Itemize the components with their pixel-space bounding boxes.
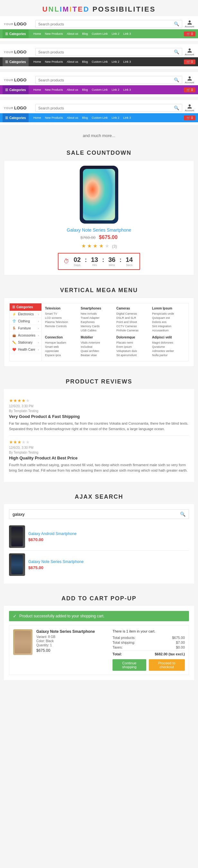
list-item[interactable]: Appreciate	[45, 349, 78, 352]
nav-link3-4[interactable]: Link 3	[122, 116, 132, 120]
nav-new-4[interactable]: New Products	[43, 116, 65, 120]
sidebar-item-accessories[interactable]: 👜 Accessories ›	[10, 332, 41, 339]
account-3[interactable]: Account	[185, 76, 194, 84]
sidebar-item-clothing[interactable]: 👕 Clothing ›	[10, 318, 41, 325]
search-btn-1[interactable]: 🔍	[171, 20, 182, 28]
nav-home-4[interactable]: Home	[32, 116, 43, 120]
list-item[interactable]: Beatae vitae	[81, 353, 114, 357]
continue-shopping-button[interactable]: Continue shopping	[112, 659, 146, 671]
list-item[interactable]: Vitals Anteriore	[81, 341, 114, 344]
list-item[interactable]: Plasma Television	[45, 320, 78, 324]
nav-about-4[interactable]: About us	[65, 116, 80, 120]
nav-blog-3[interactable]: Blog	[80, 88, 89, 92]
nav-link2-3[interactable]: Link 2	[110, 88, 121, 92]
list-item[interactable]: Nulla paritur	[152, 353, 185, 357]
list-item[interactable]: Quisquam est	[152, 316, 185, 319]
list-item[interactable]: Placato nemi	[117, 341, 150, 344]
nav-new-3[interactable]: New Products	[43, 88, 65, 92]
account-4[interactable]: Account	[185, 104, 194, 112]
categories-btn-4[interactable]: ☰ Categories	[3, 113, 29, 122]
nav-about-1[interactable]: About us	[65, 32, 80, 36]
nav-about-2[interactable]: About us	[65, 60, 80, 64]
search-input-3[interactable]	[36, 76, 171, 84]
list-item[interactable]: Digital Cameras	[117, 312, 150, 315]
cart-btn-2[interactable]: 🛒 0	[184, 60, 195, 64]
nav-blog-2[interactable]: Blog	[80, 60, 89, 64]
proceed-checkout-button[interactable]: Proceed to checkout	[149, 659, 185, 671]
categories-btn-2[interactable]: ☰ Categories	[3, 57, 29, 66]
mega-col-television: Television Smart TV LCD screens Plasma T…	[45, 307, 78, 333]
cart-product-image	[13, 629, 32, 655]
result-1-name[interactable]: Galaxy Android Smartphone	[28, 531, 76, 536]
ajax-search-btn[interactable]: 🔍	[177, 509, 189, 519]
nav-blog-4[interactable]: Blog	[80, 116, 89, 120]
list-item[interactable]: USB Cables	[81, 329, 114, 332]
list-item[interactable]: Quasi architec	[81, 349, 114, 352]
list-item[interactable]: Pinhole Cameras	[117, 329, 150, 332]
list-item[interactable]: Remote Controls	[45, 324, 78, 328]
total-label: Total:	[112, 652, 122, 656]
search-input-4[interactable]	[36, 104, 171, 112]
list-item[interactable]: Voluptatum duis	[117, 349, 150, 352]
cart-btn-4[interactable]: 🛒 0	[184, 116, 195, 120]
categories-btn-3[interactable]: ☰ Categories	[3, 85, 29, 94]
search-btn-2[interactable]: 🔍	[171, 48, 182, 56]
list-item[interactable]: Sint integration	[152, 324, 185, 328]
nav-link2-4[interactable]: Link 2	[110, 116, 121, 120]
list-item[interactable]: Magni dolorsnes	[152, 341, 185, 344]
list-item[interactable]: Travel Adapter	[81, 316, 114, 319]
list-item[interactable]: Homque laudam	[45, 341, 78, 344]
nav-home-2[interactable]: Home	[32, 60, 43, 64]
nav-custom-3[interactable]: Custom Link	[90, 88, 109, 92]
list-item[interactable]: Memory Cards	[81, 324, 114, 328]
nav-custom-1[interactable]: Custom Link	[90, 32, 109, 36]
list-item[interactable]: Erem ipsum	[117, 345, 150, 348]
nav-link3-1[interactable]: Link 3	[122, 32, 132, 36]
countdown-product-name[interactable]: Galaxy Note Series Smartphone	[9, 227, 189, 232]
search-btn-3[interactable]: 🔍	[171, 76, 182, 84]
nav-new-1[interactable]: New Products	[43, 32, 65, 36]
nav-custom-2[interactable]: Custom Link	[90, 60, 109, 64]
list-item[interactable]: Perspiciatis unde	[152, 312, 185, 315]
cart-btn-1[interactable]: 🛒 0	[184, 32, 195, 36]
sidebar-item-furniture[interactable]: 🪑 Furniture ›	[10, 325, 41, 332]
nav-new-2[interactable]: New Products	[43, 60, 65, 64]
list-item[interactable]: Smart web	[45, 345, 78, 348]
ajax-search-input[interactable]	[9, 509, 177, 519]
list-item[interactable]: Earphones	[81, 320, 114, 324]
search-btn-4[interactable]: 🔍	[171, 104, 182, 112]
list-item[interactable]: Doloris eos	[152, 320, 185, 324]
nav-custom-4[interactable]: Custom Link	[90, 116, 109, 120]
list-item[interactable]: CCTV Cameras	[117, 324, 150, 328]
list-item[interactable]: Accusantium	[152, 329, 185, 332]
list-item[interactable]: Sit aperumolunt	[117, 353, 150, 357]
nav-link3-3[interactable]: Link 3	[122, 88, 132, 92]
list-item[interactable]: New Arrivals	[81, 312, 114, 315]
list-item[interactable]: Point and Shoot	[117, 320, 150, 324]
sidebar-item-electronics[interactable]: ⚡ Electronics ›	[10, 311, 41, 318]
search-input-2[interactable]	[36, 48, 171, 56]
list-item[interactable]: Admontes veriter	[152, 349, 185, 352]
search-input-1[interactable]	[36, 20, 171, 28]
list-item[interactable]: Espace ipca	[45, 353, 78, 357]
nav-link2-1[interactable]: Link 2	[110, 32, 121, 36]
sidebar-item-stationary[interactable]: ✏️ Stationary ›	[10, 339, 41, 346]
categories-btn-1[interactable]: ☰ Categories	[3, 29, 29, 38]
nav-home-1[interactable]: Home	[32, 32, 43, 36]
sidebar-item-health[interactable]: ❤️ Health Care ›	[10, 346, 41, 353]
result-2-name[interactable]: Galaxy Note Series Smartphone	[28, 559, 84, 564]
cart-btn-3[interactable]: 🛒 0	[184, 88, 195, 92]
account-1[interactable]: Account	[185, 20, 194, 28]
list-item[interactable]: Quratume	[152, 345, 185, 348]
list-item[interactable]: Smart TV	[45, 312, 78, 315]
nav-blog-1[interactable]: Blog	[80, 32, 89, 36]
nav-link3-2[interactable]: Link 3	[122, 60, 132, 64]
list-item[interactable]: DSLR and SLR	[117, 316, 150, 319]
health-label: Health Care	[18, 348, 35, 351]
list-item[interactable]: Includeat	[81, 345, 114, 348]
nav-home-3[interactable]: Home	[32, 88, 43, 92]
nav-about-3[interactable]: About us	[65, 88, 80, 92]
list-item[interactable]: LCD screens	[45, 316, 78, 319]
nav-link2-2[interactable]: Link 2	[110, 60, 121, 64]
account-2[interactable]: Account	[185, 48, 194, 56]
